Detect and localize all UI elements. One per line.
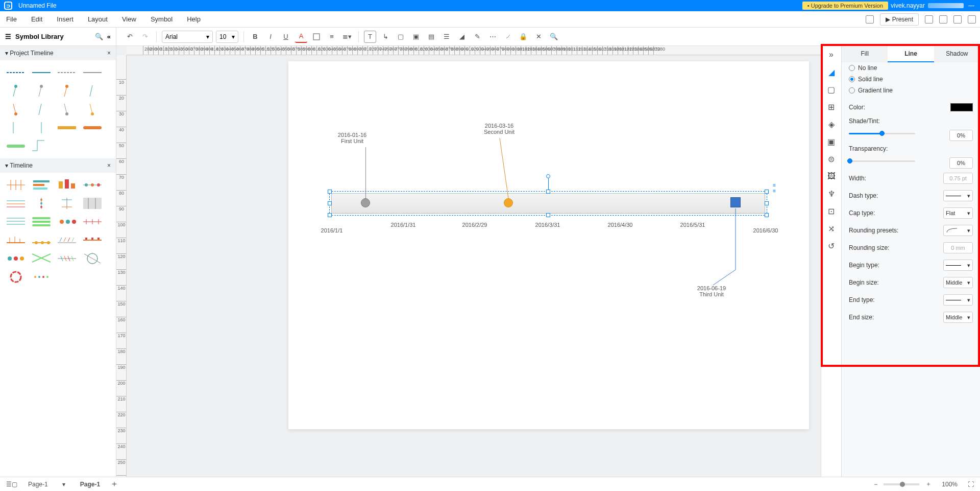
round-preset-select[interactable]: ▾ [943, 225, 973, 236]
event-node-1[interactable] [361, 198, 370, 207]
shape-marker-7[interactable] [56, 102, 78, 116]
shape-tl-22[interactable] [31, 270, 52, 284]
shape-tl-15[interactable] [56, 233, 78, 247]
shape-tl-18[interactable] [31, 251, 52, 266]
line-spacing-button[interactable]: ≣▾ [341, 31, 353, 43]
shape-tl-4[interactable] [82, 178, 103, 192]
menu-file[interactable]: File [6, 15, 17, 23]
menu-insert[interactable]: Insert [57, 15, 74, 23]
menu-layout[interactable]: Layout [88, 15, 108, 23]
shape-timeline-1[interactable] [5, 65, 27, 80]
menu-view[interactable]: View [122, 15, 136, 23]
color-swatch[interactable] [950, 103, 973, 111]
undo-button[interactable]: ↶ [124, 31, 136, 43]
shape-marker-5[interactable] [5, 102, 27, 116]
grid-tab[interactable]: ⊞ [826, 101, 837, 112]
shape-tl-9[interactable] [5, 215, 27, 229]
shape-marker-3[interactable] [56, 84, 78, 98]
event-node-2[interactable] [504, 198, 513, 207]
shade-slider[interactable] [849, 133, 915, 134]
line-option-gradient[interactable]: Gradient line [842, 85, 980, 96]
shape-tl-16[interactable] [82, 233, 103, 247]
begin-size-select[interactable]: Middle▾ [943, 277, 973, 288]
style-tab[interactable]: ◢ [826, 66, 837, 78]
event-callout-1[interactable]: 2016-01-16 First Unit [332, 132, 373, 144]
shape-tl-12[interactable] [82, 215, 103, 229]
fill-color-button[interactable]: ◢ [456, 31, 468, 43]
transparency-slider[interactable] [849, 160, 915, 162]
align-left-button[interactable]: ▤ [425, 31, 437, 43]
font-select[interactable]: Arial▾ [162, 31, 213, 43]
shape-tl-8[interactable] [82, 196, 103, 211]
shape-tl-11[interactable] [56, 215, 78, 229]
shape-tl-19[interactable] [56, 251, 78, 266]
bold-button[interactable]: B [249, 31, 261, 43]
text-color-button[interactable]: A [295, 31, 307, 43]
screen-icon[interactable] [866, 15, 874, 24]
tools-button[interactable]: ✕ [532, 31, 545, 43]
shape-tl-3[interactable] [56, 178, 78, 192]
align-button[interactable]: ≡ [326, 31, 338, 43]
share-icon[interactable] [968, 15, 976, 24]
shape-tl-20[interactable] [82, 251, 103, 266]
tab-fill[interactable]: Fill [842, 46, 888, 62]
highlight-button[interactable] [310, 31, 323, 43]
collapse-icon[interactable]: « [107, 33, 111, 40]
shape-tl-10[interactable] [31, 215, 52, 229]
line-option-none[interactable]: No line [842, 62, 980, 74]
shape-bar-2[interactable] [82, 121, 103, 135]
shape-marker-8[interactable] [82, 102, 103, 116]
zoom-out-button[interactable]: − [874, 481, 877, 488]
tab-shadow[interactable]: Shadow [934, 46, 980, 62]
italic-button[interactable]: I [264, 31, 277, 43]
search-button[interactable]: 🔍 [548, 31, 560, 43]
history-tab[interactable]: ↺ [826, 240, 837, 251]
shape-line-1[interactable] [5, 121, 27, 135]
close-icon[interactable]: × [107, 162, 111, 169]
event-node-3[interactable] [730, 197, 741, 207]
save-icon[interactable] [925, 15, 933, 24]
fullscreen-button[interactable]: ⛶ [968, 481, 974, 488]
category-project-timeline[interactable]: ▾ Project Timeline × [0, 46, 116, 60]
zoom-in-button[interactable]: ＋ [925, 480, 932, 488]
text-tool-button[interactable]: T [364, 31, 376, 43]
shape-tl-1[interactable] [5, 178, 27, 192]
line-option-solid[interactable]: Solid line [842, 74, 980, 85]
shape-timeline-3[interactable] [56, 65, 78, 80]
event-callout-2[interactable]: 2016-03-16 Second Unit [471, 123, 527, 135]
line-edit-button[interactable]: ✎ [471, 31, 483, 43]
shape-bar-1[interactable] [56, 121, 78, 135]
timeline-bar[interactable] [331, 193, 765, 214]
user-section[interactable]: vivek.nayyar — [891, 2, 976, 9]
shape-marker-2[interactable] [31, 84, 52, 98]
menu-edit[interactable]: Edit [31, 15, 42, 23]
width-input[interactable]: 0.75 pt [943, 173, 973, 184]
shape-tl-13[interactable] [5, 233, 27, 247]
add-page-button[interactable]: ＋ [110, 479, 118, 489]
lock-button[interactable]: 🔒 [517, 31, 529, 43]
distribute-button[interactable]: ☰ [440, 31, 453, 43]
shape-tl-17[interactable] [5, 251, 27, 266]
shade-value[interactable]: 0% [949, 130, 973, 141]
shape-tl-21[interactable] [5, 270, 27, 284]
other-tab[interactable]: ⊡ [826, 205, 837, 217]
page-tab[interactable]: ▢ [826, 84, 837, 95]
upgrade-button[interactable]: • Upgrade to Premium Version [802, 2, 888, 10]
zoom-slider[interactable] [884, 483, 919, 485]
end-size-select[interactable]: Middle▾ [943, 312, 973, 323]
event-callout-3[interactable]: 2016-06-19 Third Unit [683, 285, 740, 297]
shape2-button[interactable]: ▣ [410, 31, 422, 43]
underline-button[interactable]: U [280, 31, 292, 43]
erase-button[interactable]: ⟋ [502, 31, 514, 43]
shape-timeline-4[interactable] [82, 65, 103, 80]
redo-button[interactable]: ↷ [139, 31, 151, 43]
print-icon[interactable] [953, 15, 962, 24]
zoom-value[interactable]: 100% [942, 481, 958, 488]
data-tab[interactable]: ⊜ [826, 153, 837, 165]
shuffle-tab[interactable]: ⤨ [826, 223, 837, 234]
minimize-icon[interactable]: — [967, 2, 976, 9]
expand-panel-button[interactable]: » [826, 49, 837, 60]
shape-tl-7[interactable] [56, 196, 78, 211]
transparency-value[interactable]: 0% [949, 157, 973, 169]
pages-icon[interactable]: ☰▢ [6, 481, 17, 488]
